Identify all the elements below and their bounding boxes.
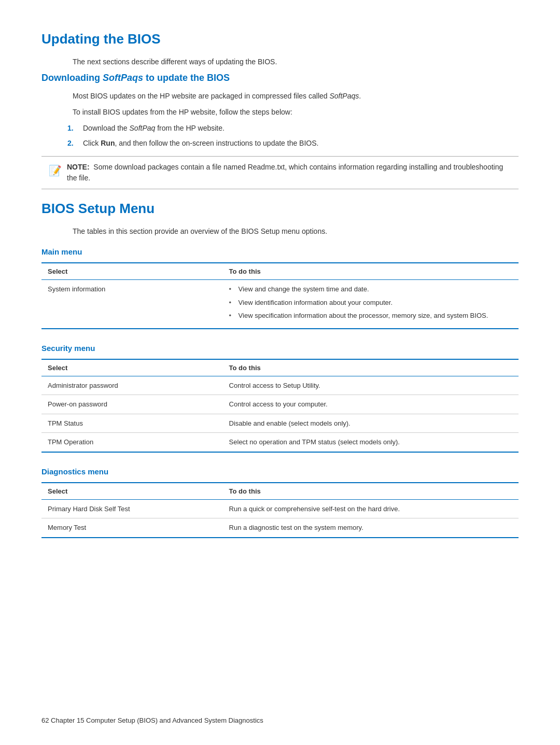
security-row2-select: Power-on password bbox=[41, 395, 223, 414]
step-2-text: Click Run, and then follow the on-screen… bbox=[83, 139, 318, 147]
diagnostics-menu-section: Diagnostics menu Select To do this Prima… bbox=[41, 467, 519, 538]
step-1-text: Download the SoftPaq from the HP website… bbox=[83, 124, 225, 132]
step-2-num: 2. bbox=[67, 138, 74, 149]
table-row: Administrator password Control access to… bbox=[41, 376, 519, 395]
security-menu-title: Security menu bbox=[41, 344, 519, 353]
security-col-select: Select bbox=[41, 359, 223, 376]
diagnostics-menu-table: Select To do this Primary Hard Disk Self… bbox=[41, 482, 519, 538]
security-row2-todo: Control access to your computer. bbox=[223, 395, 519, 414]
table-row: System information View and change the s… bbox=[41, 280, 519, 329]
security-menu-section: Security menu Select To do this Administ… bbox=[41, 344, 519, 453]
main-menu-col-todo: To do this bbox=[223, 263, 519, 280]
main-row1-todo: View and change the system time and date… bbox=[223, 280, 519, 329]
security-col-todo: To do this bbox=[223, 359, 519, 376]
table-row: Primary Hard Disk Self Test Run a quick … bbox=[41, 499, 519, 518]
security-row3-todo: Disable and enable (select models only). bbox=[223, 414, 519, 433]
downloading-title-italic: SoftPaqs bbox=[103, 73, 143, 83]
page-footer: 62 Chapter 15 Computer Setup (BIOS) and … bbox=[41, 716, 263, 724]
downloading-para2: To install BIOS updates from the HP webs… bbox=[73, 107, 519, 118]
table-row: Power-on password Control access to your… bbox=[41, 395, 519, 414]
security-row1-todo: Control access to Setup Utility. bbox=[223, 376, 519, 395]
main-row1-bullets: View and change the system time and date… bbox=[229, 284, 512, 321]
diagnostics-row2-select: Memory Test bbox=[41, 518, 223, 538]
downloading-title-prefix: Downloading bbox=[41, 73, 103, 83]
note-text: NOTE: Some download packages contain a f… bbox=[67, 162, 511, 184]
security-row4-todo: Select no operation and TPM status (sele… bbox=[223, 433, 519, 452]
diagnostics-row2-todo: Run a diagnostic test on the system memo… bbox=[223, 518, 519, 538]
diagnostics-col-select: Select bbox=[41, 483, 223, 500]
bios-setup-title: BIOS Setup Menu bbox=[41, 201, 519, 217]
security-menu-table: Select To do this Administrator password… bbox=[41, 359, 519, 453]
bios-setup-intro: The tables in this section provide an ov… bbox=[73, 226, 519, 237]
diagnostics-menu-header-row: Select To do this bbox=[41, 483, 519, 500]
main-menu-title: Main menu bbox=[41, 247, 519, 256]
bios-setup-section: BIOS Setup Menu The tables in this secti… bbox=[41, 201, 519, 538]
step-1: 1. Download the SoftPaq from the HP webs… bbox=[83, 123, 519, 134]
table-row: TPM Status Disable and enable (select mo… bbox=[41, 414, 519, 433]
security-row3-select: TPM Status bbox=[41, 414, 223, 433]
main-menu-table: Select To do this System information Vie… bbox=[41, 262, 519, 329]
table-row: TPM Operation Select no operation and TP… bbox=[41, 433, 519, 452]
diagnostics-col-todo: To do this bbox=[223, 483, 519, 500]
list-item: View specification information about the… bbox=[229, 311, 512, 321]
step-2: 2. Click Run, and then follow the on-scr… bbox=[83, 138, 519, 149]
security-row1-select: Administrator password bbox=[41, 376, 223, 395]
list-item: View identification information about yo… bbox=[229, 298, 512, 308]
step-1-num: 1. bbox=[67, 123, 74, 134]
intro-text: The next sections describe different way… bbox=[73, 57, 519, 67]
downloading-title: Downloading SoftPaqs to update the BIOS bbox=[41, 73, 519, 83]
security-menu-header-row: Select To do this bbox=[41, 359, 519, 376]
table-row: Memory Test Run a diagnostic test on the… bbox=[41, 518, 519, 538]
note-label: NOTE: bbox=[67, 163, 90, 171]
downloading-para1: Most BIOS updates on the HP website are … bbox=[73, 91, 519, 102]
downloading-section: Downloading SoftPaqs to update the BIOS … bbox=[41, 73, 519, 189]
security-row4-select: TPM Operation bbox=[41, 433, 223, 452]
steps-list: 1. Download the SoftPaq from the HP webs… bbox=[83, 123, 519, 149]
note-box: 📝 NOTE: Some download packages contain a… bbox=[41, 156, 519, 189]
main-menu-col-select: Select bbox=[41, 263, 223, 280]
main-menu-section: Main menu Select To do this System infor… bbox=[41, 247, 519, 329]
note-icon: 📝 bbox=[49, 163, 62, 178]
main-row1-select: System information bbox=[41, 280, 223, 329]
downloading-title-suffix: to update the BIOS bbox=[143, 73, 230, 83]
diagnostics-row1-select: Primary Hard Disk Self Test bbox=[41, 499, 223, 518]
main-menu-header-row: Select To do this bbox=[41, 263, 519, 280]
diagnostics-row1-todo: Run a quick or comprehensive self-test o… bbox=[223, 499, 519, 518]
page-title: Updating the BIOS bbox=[41, 31, 519, 47]
diagnostics-menu-title: Diagnostics menu bbox=[41, 467, 519, 476]
list-item: View and change the system time and date… bbox=[229, 284, 512, 294]
